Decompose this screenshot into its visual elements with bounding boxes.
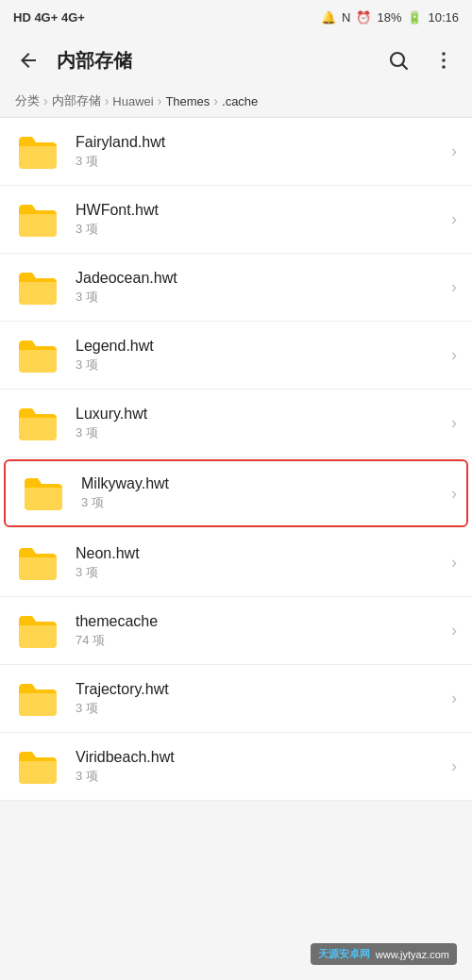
status-bar: HD 4G+ 4G+ 🔔 N ⏰ 18% 🔋 10:16 [0,0,472,34]
svg-point-3 [442,58,446,62]
breadcrumb-item-1[interactable]: 内部存储 [52,92,101,109]
folder-icon [15,133,60,171]
list-item[interactable]: Jadeocean.hwt 3 项 › [0,254,472,322]
watermark-brand: 天源安卓网 [318,947,370,961]
file-name: Legend.hwt [76,338,444,355]
file-info: Milkyway.hwt 3 项 [81,475,444,511]
folder-icon [15,544,60,582]
list-item[interactable]: Neon.hwt 3 项 › [0,529,472,597]
breadcrumb-sep-0: › [42,93,50,108]
status-right: 🔔 N ⏰ 18% 🔋 10:16 [321,10,459,25]
alarm-icon: ⏰ [356,10,371,25]
folder-icon [21,474,66,512]
chevron-right-icon: › [451,209,457,229]
file-name: Jadeocean.hwt [76,270,444,287]
svg-point-2 [442,52,446,56]
breadcrumb-sep-3: › [211,93,220,108]
file-name: Milkyway.hwt [81,475,444,492]
file-meta: 3 项 [76,768,444,785]
time-text: 10:16 [428,10,459,25]
file-name: Viridbeach.hwt [76,749,444,766]
file-name: Fairyland.hwt [76,134,444,151]
file-info: Legend.hwt 3 项 [76,338,444,374]
file-meta: 3 项 [76,424,444,441]
file-list: Fairyland.hwt 3 项 › HWFont.hwt 3 项 › [0,118,472,801]
chevron-right-icon: › [451,484,457,504]
file-name: Luxury.hwt [76,406,444,423]
file-meta: 3 项 [81,494,444,511]
breadcrumb-sep-2: › [156,93,164,108]
svg-point-4 [442,65,446,69]
list-item[interactable]: Fairyland.hwt 3 项 › [0,118,472,186]
svg-line-1 [403,65,408,70]
chevron-right-icon: › [451,621,457,640]
file-meta: 3 项 [76,700,444,717]
list-item[interactable]: HWFont.hwt 3 项 › [0,186,472,254]
list-item[interactable]: themecache 74 项 › [0,597,472,665]
notification-icon: 🔔 [321,10,336,25]
file-meta: 3 项 [76,564,444,581]
breadcrumb-item-4[interactable]: .cache [222,94,258,108]
battery-text: 18% [377,10,401,25]
list-item[interactable]: Luxury.hwt 3 项 › [0,390,472,457]
file-info: Neon.hwt 3 项 [76,545,444,581]
file-meta: 3 项 [76,153,444,170]
breadcrumb-item-0[interactable]: 分类 [15,92,40,109]
folder-icon [15,337,60,374]
more-button[interactable] [423,40,464,81]
back-button[interactable] [8,40,49,81]
file-name: themecache [76,613,444,630]
chevron-right-icon: › [451,689,457,708]
status-carrier: HD 4G+ 4G+ [13,10,85,25]
folder-icon [15,612,60,650]
file-info: HWFont.hwt 3 项 [76,202,444,238]
watermark: 天源安卓网 www.jytyaz.com [311,943,457,965]
battery-icon: 🔋 [407,10,422,25]
breadcrumb-item-2[interactable]: Huawei [112,94,153,108]
breadcrumb-sep-1: › [103,93,111,108]
chevron-right-icon: › [451,345,457,365]
watermark-site: www.jytyaz.com [376,949,449,960]
file-meta: 3 项 [76,221,444,238]
file-info: Viridbeach.hwt 3 项 [76,749,444,785]
file-name: Trajectory.hwt [76,681,444,698]
chevron-right-icon: › [451,277,457,297]
folder-icon [15,680,60,718]
list-item[interactable]: Milkyway.hwt 3 项 › [4,459,468,527]
folder-icon [15,748,60,786]
chevron-right-icon: › [451,756,457,776]
toolbar-actions [378,40,464,81]
folder-icon [15,201,60,239]
file-name: Neon.hwt [76,545,444,562]
folder-icon [15,405,60,442]
file-meta: 3 项 [76,357,444,374]
file-info: Luxury.hwt 3 项 [76,406,444,441]
breadcrumb-item-3[interactable]: Themes [165,94,210,108]
file-name: HWFont.hwt [76,202,444,219]
carrier-text: HD 4G+ 4G+ [13,10,85,25]
file-info: Jadeocean.hwt 3 项 [76,270,444,306]
file-meta: 3 项 [76,289,444,306]
chevron-right-icon: › [451,553,457,573]
breadcrumb: 分类 › 内部存储 › Huawei › Themes › .cache [0,87,472,118]
list-item[interactable]: Trajectory.hwt 3 项 › [0,665,472,733]
chevron-right-icon: › [451,141,457,161]
search-button[interactable] [378,40,419,81]
file-info: themecache 74 项 [76,613,444,649]
toolbar: 内部存储 [0,34,472,87]
page-title: 内部存储 [53,48,374,74]
file-info: Fairyland.hwt 3 项 [76,134,444,170]
list-item[interactable]: Viridbeach.hwt 3 项 › [0,733,472,801]
file-meta: 74 项 [76,632,444,649]
list-item[interactable]: Legend.hwt 3 项 › [0,322,472,390]
file-info: Trajectory.hwt 3 项 [76,681,444,717]
nfc-icon: N [342,10,350,25]
folder-icon [15,269,60,307]
chevron-right-icon: › [451,413,457,433]
